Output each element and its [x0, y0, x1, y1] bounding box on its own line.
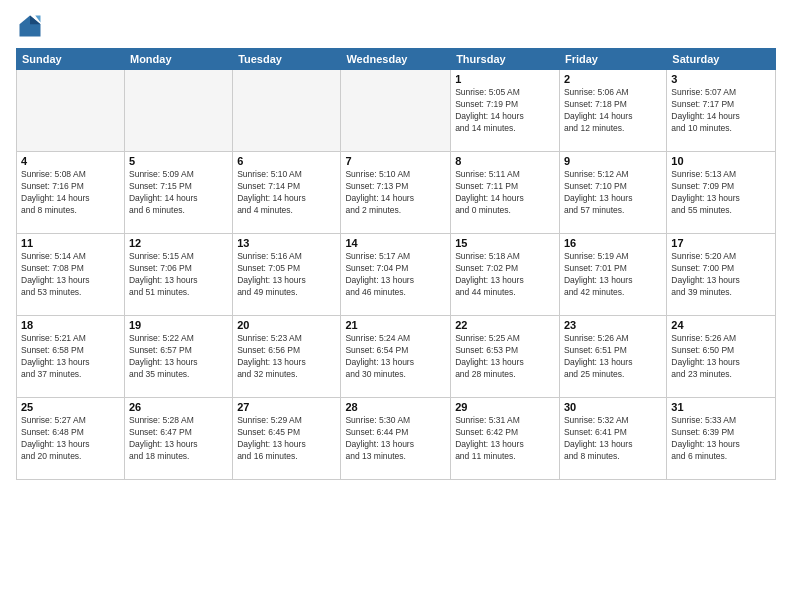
week-row-4: 25Sunrise: 5:27 AM Sunset: 6:48 PM Dayli…	[17, 398, 776, 480]
day-number: 9	[564, 155, 662, 167]
day-number: 8	[455, 155, 555, 167]
day-detail: Sunrise: 5:31 AM Sunset: 6:42 PM Dayligh…	[455, 415, 555, 463]
day-detail: Sunrise: 5:19 AM Sunset: 7:01 PM Dayligh…	[564, 251, 662, 299]
calendar-cell: 15Sunrise: 5:18 AM Sunset: 7:02 PM Dayli…	[451, 234, 560, 316]
day-detail: Sunrise: 5:30 AM Sunset: 6:44 PM Dayligh…	[345, 415, 446, 463]
calendar-cell: 22Sunrise: 5:25 AM Sunset: 6:53 PM Dayli…	[451, 316, 560, 398]
logo	[16, 12, 48, 40]
day-detail: Sunrise: 5:23 AM Sunset: 6:56 PM Dayligh…	[237, 333, 336, 381]
day-detail: Sunrise: 5:33 AM Sunset: 6:39 PM Dayligh…	[671, 415, 771, 463]
calendar-cell: 2Sunrise: 5:06 AM Sunset: 7:18 PM Daylig…	[559, 70, 666, 152]
day-number: 21	[345, 319, 446, 331]
logo-icon	[16, 12, 44, 40]
day-detail: Sunrise: 5:10 AM Sunset: 7:14 PM Dayligh…	[237, 169, 336, 217]
calendar-cell: 27Sunrise: 5:29 AM Sunset: 6:45 PM Dayli…	[233, 398, 341, 480]
weekday-header-monday: Monday	[124, 49, 232, 70]
day-number: 16	[564, 237, 662, 249]
day-detail: Sunrise: 5:10 AM Sunset: 7:13 PM Dayligh…	[345, 169, 446, 217]
calendar: SundayMondayTuesdayWednesdayThursdayFrid…	[16, 48, 776, 480]
day-detail: Sunrise: 5:06 AM Sunset: 7:18 PM Dayligh…	[564, 87, 662, 135]
day-number: 24	[671, 319, 771, 331]
calendar-cell: 16Sunrise: 5:19 AM Sunset: 7:01 PM Dayli…	[559, 234, 666, 316]
day-detail: Sunrise: 5:21 AM Sunset: 6:58 PM Dayligh…	[21, 333, 120, 381]
day-number: 13	[237, 237, 336, 249]
calendar-cell: 12Sunrise: 5:15 AM Sunset: 7:06 PM Dayli…	[124, 234, 232, 316]
day-detail: Sunrise: 5:27 AM Sunset: 6:48 PM Dayligh…	[21, 415, 120, 463]
day-number: 29	[455, 401, 555, 413]
calendar-cell: 30Sunrise: 5:32 AM Sunset: 6:41 PM Dayli…	[559, 398, 666, 480]
week-row-0: 1Sunrise: 5:05 AM Sunset: 7:19 PM Daylig…	[17, 70, 776, 152]
calendar-cell	[341, 70, 451, 152]
day-number: 7	[345, 155, 446, 167]
day-number: 23	[564, 319, 662, 331]
day-detail: Sunrise: 5:13 AM Sunset: 7:09 PM Dayligh…	[671, 169, 771, 217]
day-detail: Sunrise: 5:12 AM Sunset: 7:10 PM Dayligh…	[564, 169, 662, 217]
day-detail: Sunrise: 5:25 AM Sunset: 6:53 PM Dayligh…	[455, 333, 555, 381]
weekday-header-thursday: Thursday	[451, 49, 560, 70]
header	[16, 12, 776, 40]
weekday-header-friday: Friday	[559, 49, 666, 70]
calendar-cell: 4Sunrise: 5:08 AM Sunset: 7:16 PM Daylig…	[17, 152, 125, 234]
weekday-header-wednesday: Wednesday	[341, 49, 451, 70]
calendar-cell: 11Sunrise: 5:14 AM Sunset: 7:08 PM Dayli…	[17, 234, 125, 316]
weekday-header-row: SundayMondayTuesdayWednesdayThursdayFrid…	[17, 49, 776, 70]
day-number: 12	[129, 237, 228, 249]
day-number: 25	[21, 401, 120, 413]
day-number: 26	[129, 401, 228, 413]
calendar-cell: 24Sunrise: 5:26 AM Sunset: 6:50 PM Dayli…	[667, 316, 776, 398]
day-detail: Sunrise: 5:11 AM Sunset: 7:11 PM Dayligh…	[455, 169, 555, 217]
day-detail: Sunrise: 5:26 AM Sunset: 6:51 PM Dayligh…	[564, 333, 662, 381]
day-detail: Sunrise: 5:24 AM Sunset: 6:54 PM Dayligh…	[345, 333, 446, 381]
calendar-cell: 29Sunrise: 5:31 AM Sunset: 6:42 PM Dayli…	[451, 398, 560, 480]
day-number: 15	[455, 237, 555, 249]
day-number: 6	[237, 155, 336, 167]
page: SundayMondayTuesdayWednesdayThursdayFrid…	[0, 0, 792, 612]
day-number: 5	[129, 155, 228, 167]
day-detail: Sunrise: 5:14 AM Sunset: 7:08 PM Dayligh…	[21, 251, 120, 299]
day-number: 4	[21, 155, 120, 167]
week-row-2: 11Sunrise: 5:14 AM Sunset: 7:08 PM Dayli…	[17, 234, 776, 316]
calendar-cell: 21Sunrise: 5:24 AM Sunset: 6:54 PM Dayli…	[341, 316, 451, 398]
day-detail: Sunrise: 5:28 AM Sunset: 6:47 PM Dayligh…	[129, 415, 228, 463]
day-detail: Sunrise: 5:07 AM Sunset: 7:17 PM Dayligh…	[671, 87, 771, 135]
day-number: 30	[564, 401, 662, 413]
week-row-1: 4Sunrise: 5:08 AM Sunset: 7:16 PM Daylig…	[17, 152, 776, 234]
calendar-cell: 9Sunrise: 5:12 AM Sunset: 7:10 PM Daylig…	[559, 152, 666, 234]
calendar-cell	[124, 70, 232, 152]
calendar-cell: 17Sunrise: 5:20 AM Sunset: 7:00 PM Dayli…	[667, 234, 776, 316]
day-number: 14	[345, 237, 446, 249]
calendar-cell: 25Sunrise: 5:27 AM Sunset: 6:48 PM Dayli…	[17, 398, 125, 480]
calendar-cell: 20Sunrise: 5:23 AM Sunset: 6:56 PM Dayli…	[233, 316, 341, 398]
day-number: 10	[671, 155, 771, 167]
calendar-cell: 13Sunrise: 5:16 AM Sunset: 7:05 PM Dayli…	[233, 234, 341, 316]
calendar-cell: 23Sunrise: 5:26 AM Sunset: 6:51 PM Dayli…	[559, 316, 666, 398]
day-detail: Sunrise: 5:22 AM Sunset: 6:57 PM Dayligh…	[129, 333, 228, 381]
calendar-cell: 10Sunrise: 5:13 AM Sunset: 7:09 PM Dayli…	[667, 152, 776, 234]
day-number: 27	[237, 401, 336, 413]
calendar-cell: 1Sunrise: 5:05 AM Sunset: 7:19 PM Daylig…	[451, 70, 560, 152]
calendar-cell: 14Sunrise: 5:17 AM Sunset: 7:04 PM Dayli…	[341, 234, 451, 316]
calendar-cell: 28Sunrise: 5:30 AM Sunset: 6:44 PM Dayli…	[341, 398, 451, 480]
week-row-3: 18Sunrise: 5:21 AM Sunset: 6:58 PM Dayli…	[17, 316, 776, 398]
day-number: 18	[21, 319, 120, 331]
day-number: 17	[671, 237, 771, 249]
calendar-cell: 6Sunrise: 5:10 AM Sunset: 7:14 PM Daylig…	[233, 152, 341, 234]
day-detail: Sunrise: 5:05 AM Sunset: 7:19 PM Dayligh…	[455, 87, 555, 135]
calendar-cell: 31Sunrise: 5:33 AM Sunset: 6:39 PM Dayli…	[667, 398, 776, 480]
day-detail: Sunrise: 5:26 AM Sunset: 6:50 PM Dayligh…	[671, 333, 771, 381]
day-detail: Sunrise: 5:15 AM Sunset: 7:06 PM Dayligh…	[129, 251, 228, 299]
day-number: 31	[671, 401, 771, 413]
day-detail: Sunrise: 5:20 AM Sunset: 7:00 PM Dayligh…	[671, 251, 771, 299]
day-detail: Sunrise: 5:17 AM Sunset: 7:04 PM Dayligh…	[345, 251, 446, 299]
calendar-cell: 5Sunrise: 5:09 AM Sunset: 7:15 PM Daylig…	[124, 152, 232, 234]
calendar-cell: 3Sunrise: 5:07 AM Sunset: 7:17 PM Daylig…	[667, 70, 776, 152]
day-detail: Sunrise: 5:08 AM Sunset: 7:16 PM Dayligh…	[21, 169, 120, 217]
weekday-header-saturday: Saturday	[667, 49, 776, 70]
day-number: 11	[21, 237, 120, 249]
calendar-cell: 8Sunrise: 5:11 AM Sunset: 7:11 PM Daylig…	[451, 152, 560, 234]
calendar-cell: 19Sunrise: 5:22 AM Sunset: 6:57 PM Dayli…	[124, 316, 232, 398]
day-detail: Sunrise: 5:18 AM Sunset: 7:02 PM Dayligh…	[455, 251, 555, 299]
day-detail: Sunrise: 5:32 AM Sunset: 6:41 PM Dayligh…	[564, 415, 662, 463]
day-number: 3	[671, 73, 771, 85]
weekday-header-tuesday: Tuesday	[233, 49, 341, 70]
